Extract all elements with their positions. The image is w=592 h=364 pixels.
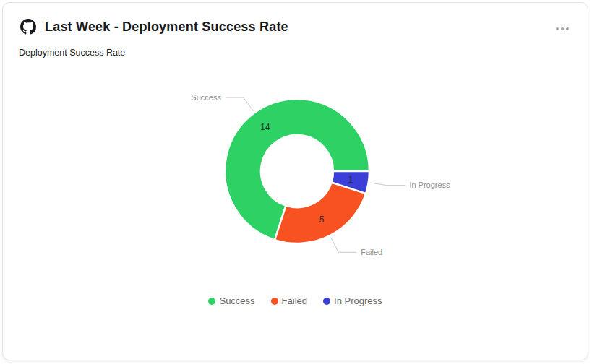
legend-label: Failed [282,295,307,306]
label-line [226,98,254,111]
slice-name-label: In Progress [409,181,450,189]
donut-slice-failed[interactable] [275,183,366,243]
label-line [331,238,356,253]
label-line [371,183,406,186]
slice-value-label: 1 [348,175,353,185]
chart-legend: SuccessFailedIn Progress [3,295,588,306]
slice-value-label: 14 [260,122,270,132]
legend-item-in-progress[interactable]: In Progress [323,295,382,306]
legend-item-failed[interactable]: Failed [271,295,307,306]
legend-label: Success [219,295,254,306]
legend-item-success[interactable]: Success [208,295,254,306]
legend-marker [271,298,278,305]
legend-label: In Progress [334,295,382,306]
legend-marker [208,298,215,305]
legend-marker [323,298,330,305]
slice-name-label: Success [191,93,221,102]
slice-value-label: 5 [319,214,325,225]
slice-name-label: Failed [361,248,382,256]
deployment-widget-card: Last Week - Deployment Success Rate Depl… [2,2,588,360]
